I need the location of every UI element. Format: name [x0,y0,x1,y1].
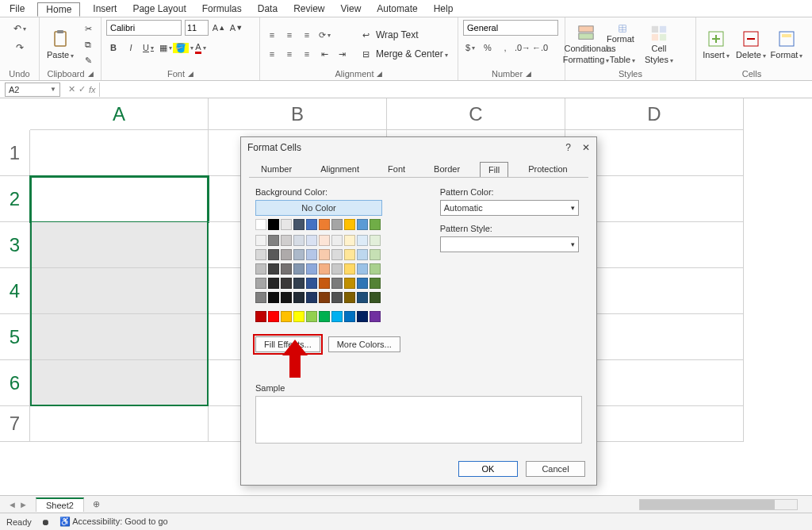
cell[interactable] [30,176,209,222]
color-swatch[interactable] [331,263,343,275]
color-swatch[interactable] [281,249,292,260]
cell[interactable] [30,360,209,406]
color-swatch[interactable] [293,311,304,322]
add-sheet-button[interactable]: ⊕ [89,499,105,509]
menu-formulas[interactable]: Formulas [199,2,245,16]
color-swatch[interactable] [281,278,292,289]
pattern-color-select[interactable]: Automatic▾ [440,200,579,216]
number-format-select[interactable] [463,20,558,36]
row-header-2[interactable]: 2 [0,176,30,222]
indent-inc-button[interactable]: ⇥ [335,47,349,61]
bold-button[interactable]: B [106,40,121,55]
align-middle-button[interactable]: ≡ [282,28,297,42]
color-swatch[interactable] [344,278,355,289]
cell[interactable] [30,314,209,360]
cell[interactable] [30,130,209,176]
ok-button[interactable]: OK [458,461,518,477]
color-swatch[interactable] [331,219,343,230]
dialog-tab-alignment[interactable]: Alignment [312,161,368,177]
dialog-help-button[interactable]: ? [565,142,571,153]
decrease-decimal-button[interactable]: ←.0 [533,40,547,55]
cell-styles-button[interactable]: CellStyles [643,25,675,64]
color-swatch[interactable] [306,311,317,322]
fx-icon[interactable]: fx [89,85,96,94]
color-swatch[interactable] [370,278,381,289]
formula-input[interactable] [99,83,812,97]
conditional-formatting-button[interactable]: ConditionalFormatting [570,25,602,64]
color-swatch[interactable] [293,235,304,246]
color-swatch[interactable] [370,249,381,260]
row-header-1[interactable]: 1 [0,130,30,176]
copy-button[interactable]: ⧉ [81,37,95,52]
cancel-formula-icon[interactable]: ✕ [68,84,75,94]
color-swatch[interactable] [306,219,317,230]
color-swatch[interactable] [370,235,381,246]
color-swatch[interactable] [255,219,266,230]
menu-data[interactable]: Data [255,2,281,16]
color-swatch[interactable] [331,292,343,303]
align-left-button[interactable]: ≡ [265,47,279,61]
borders-button[interactable]: ▦ [159,40,173,55]
color-swatch[interactable] [268,292,279,303]
format-as-table-button[interactable]: Format asTable [607,25,638,64]
color-swatch[interactable] [344,249,355,260]
shrink-font-button[interactable]: A▼ [229,21,243,35]
color-swatch[interactable] [331,249,343,260]
color-swatch[interactable] [293,249,304,260]
color-swatch[interactable] [319,249,330,260]
font-color-button[interactable]: A [193,40,208,55]
color-swatch[interactable] [370,292,381,303]
row-header-4[interactable]: 4 [0,268,30,314]
align-center-button[interactable]: ≡ [282,47,297,61]
color-swatch[interactable] [255,235,266,246]
row-header-3[interactable]: 3 [0,222,30,268]
color-swatch[interactable] [268,311,279,322]
color-swatch[interactable] [331,311,343,322]
color-swatch[interactable] [268,278,279,289]
color-swatch[interactable] [319,235,330,246]
color-swatch[interactable] [344,263,355,275]
color-swatch[interactable] [255,311,266,322]
color-swatch[interactable] [281,292,292,303]
color-swatch[interactable] [293,292,304,303]
indent-dec-button[interactable]: ⇤ [317,47,331,61]
color-swatch[interactable] [268,249,279,260]
color-swatch[interactable] [319,292,330,303]
color-swatch[interactable] [370,219,381,230]
align-top-button[interactable]: ≡ [265,28,279,42]
color-swatch[interactable] [306,292,317,303]
dialog-tab-border[interactable]: Border [425,161,469,177]
color-swatch[interactable] [268,219,279,230]
cell[interactable] [30,268,209,314]
col-header-c[interactable]: C [387,98,565,130]
color-swatch[interactable] [268,235,279,246]
col-header-d[interactable]: D [565,98,744,130]
col-header-a[interactable]: A [30,98,209,130]
color-swatch[interactable] [255,249,266,260]
color-swatch[interactable] [331,235,343,246]
paste-button[interactable]: Paste [44,25,76,64]
enter-formula-icon[interactable]: ✓ [79,84,86,94]
more-colors-button[interactable]: More Colors... [328,336,400,352]
align-bottom-button[interactable]: ≡ [300,28,314,42]
cell[interactable] [30,222,209,268]
underline-button[interactable]: U [141,40,155,55]
menu-help[interactable]: Help [431,2,457,16]
align-right-button[interactable]: ≡ [300,47,314,61]
horizontal-scrollbar[interactable] [639,499,798,510]
color-swatch[interactable] [293,278,304,289]
color-swatch[interactable] [255,263,266,275]
merge-center-button[interactable]: ⊟Merge & Center [358,47,448,61]
font-size-input[interactable] [185,20,209,36]
sheet-tab[interactable]: Sheet2 [36,497,84,512]
col-header-b[interactable]: B [209,98,387,130]
color-swatch[interactable] [344,292,355,303]
grow-font-button[interactable]: A▲ [212,21,226,35]
status-recorder-icon[interactable]: ⏺ [41,517,50,527]
redo-button[interactable]: ↷ [11,39,29,56]
color-swatch[interactable] [293,263,304,275]
color-swatch[interactable] [306,278,317,289]
menu-file[interactable]: File [6,2,28,16]
fill-color-button[interactable]: 🪣 [176,40,190,55]
color-swatch[interactable] [319,263,330,275]
